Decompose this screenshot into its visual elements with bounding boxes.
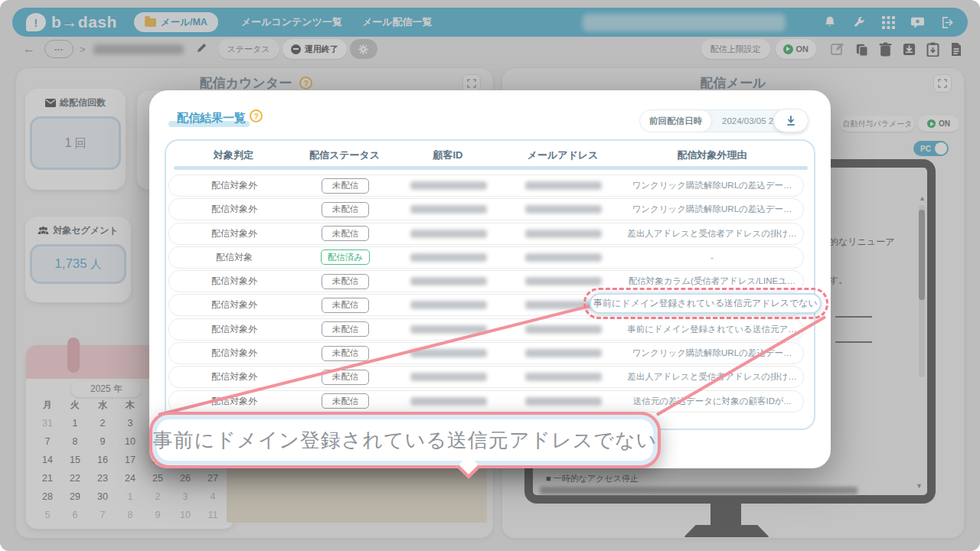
- judgment-cell: 配信対象外: [169, 347, 299, 360]
- status-cell: 未配信: [299, 321, 391, 337]
- masked-email: [525, 181, 602, 190]
- table-row: 配信対象外 未配信 送信元の差込データに対象の顧客IDが...: [168, 390, 804, 412]
- status-badge: 未配信: [322, 346, 369, 361]
- email-cell: [506, 181, 621, 190]
- masked-customer-id: [410, 253, 487, 262]
- reason-cell: 配信対象カラム(受信者アドレス/LINEユ…: [621, 276, 803, 287]
- masked-customer-id: [410, 373, 487, 381]
- judgment-cell: 配信対象外: [169, 179, 299, 192]
- status-cell: 未配信: [299, 370, 391, 385]
- judgment-cell: 配信対象外: [169, 203, 299, 216]
- customer-id-cell: [391, 230, 506, 238]
- masked-email: [525, 205, 602, 214]
- table-row: 配信対象外 未配信 差出人アドレスと受信者アドレスの掛け…: [168, 366, 804, 388]
- column-header: 配信対象外理由: [620, 148, 804, 162]
- masked-email: [525, 277, 602, 285]
- table-header-row: 対象判定 配信ステータス 顧客ID メールアドレス 配信対象外理由: [168, 148, 804, 162]
- judgment-cell: 配信対象外: [169, 395, 299, 408]
- masked-email: [525, 397, 602, 406]
- results-table: 対象判定 配信ステータス 顧客ID メールアドレス 配信対象外理由 配信対象外 …: [165, 139, 815, 430]
- status-badge: 未配信: [322, 226, 369, 241]
- judgment-cell: 配信対象: [169, 251, 299, 264]
- reason-cell: ワンクリック購読解除URLの差込デー…: [621, 180, 803, 191]
- reason-cell: 事前にドメイン登録されている送信元ア…: [621, 324, 803, 335]
- status-cell: 未配信: [299, 274, 391, 289]
- download-button[interactable]: [773, 109, 808, 132]
- judgment-cell: 配信対象外: [169, 227, 299, 240]
- customer-id-cell: [391, 301, 506, 309]
- table-row: 配信対象外 未配信 事前にドメイン登録されている送信元ア…: [168, 318, 804, 341]
- customer-id-cell: [391, 205, 506, 214]
- email-cell: [506, 373, 621, 381]
- judgment-cell: 配信対象外: [169, 275, 299, 288]
- status-cell: 未配信: [299, 178, 391, 194]
- masked-customer-id: [410, 205, 487, 214]
- masked-email: [525, 253, 602, 262]
- customer-id-cell: [391, 277, 506, 285]
- status-badge: 未配信: [322, 298, 369, 313]
- reason-cell: 差出人アドレスと受信者アドレスの掛け…: [621, 228, 803, 240]
- table-row: 配信対象外 未配信 ワンクリック購読解除URLの差込デー…: [168, 174, 804, 197]
- customer-id-cell: [391, 349, 506, 357]
- header-underline: [174, 166, 808, 170]
- column-header: 配信ステータス: [299, 148, 390, 162]
- email-cell: [506, 205, 621, 214]
- email-cell: [506, 253, 621, 262]
- reason-callout-text: 事前にドメイン登録されている送信元アドレスでない: [153, 427, 657, 454]
- column-header: 顧客ID: [390, 148, 505, 162]
- judgment-cell: 配信対象外: [169, 370, 299, 383]
- status-badge: 未配信: [322, 370, 369, 385]
- judgment-cell: 配信対象外: [169, 298, 299, 311]
- judgment-cell: 配信対象外: [169, 323, 299, 336]
- customer-id-cell: [391, 253, 506, 262]
- highlighted-reason-chip: 事前にドメイン登録されている送信元アドレスでない: [590, 293, 822, 314]
- email-cell: [506, 349, 621, 357]
- email-cell: [506, 325, 621, 334]
- reason-cell: ワンクリック購読解除URLの差込デー…: [621, 204, 803, 215]
- help-icon[interactable]: ?: [250, 109, 263, 122]
- reason-callout: 事前にドメイン登録されている送信元アドレスでない: [149, 412, 661, 468]
- status-cell: 未配信: [299, 298, 391, 313]
- app-window: ! b→dash メール/MA メールコンテンツ一覧 メール配信一覧: [0, 0, 980, 551]
- masked-email: [525, 373, 602, 381]
- email-cell: [506, 230, 621, 238]
- masked-customer-id: [410, 325, 487, 334]
- last-delivery-label: 前回配信日時: [640, 110, 711, 132]
- column-header: メールアドレス: [505, 148, 620, 162]
- table-row: 配信対象外 未配信 ワンクリック購読解除URLの差込デー…: [168, 198, 804, 220]
- masked-customer-id: [410, 277, 487, 285]
- customer-id-cell: [391, 325, 506, 334]
- reason-cell: ワンクリック購読解除URLの差込デー…: [621, 347, 803, 359]
- status-badge: 配信済み: [321, 249, 370, 265]
- status-badge: 未配信: [322, 393, 369, 409]
- column-header: 対象判定: [168, 148, 299, 162]
- status-badge: 未配信: [322, 178, 369, 194]
- table-row: 配信対象外 未配信 ワンクリック購読解除URLの差込デー…: [168, 342, 804, 364]
- table-row: 配信対象 配信済み -: [168, 246, 804, 269]
- masked-email: [525, 349, 602, 357]
- status-badge: 未配信: [322, 274, 369, 289]
- masked-email: [525, 230, 602, 238]
- email-cell: [506, 397, 621, 406]
- reason-cell: 送信元の差込データに対象の顧客IDが...: [621, 396, 803, 407]
- status-cell: 未配信: [299, 346, 391, 361]
- customer-id-cell: [391, 397, 506, 406]
- masked-customer-id: [410, 349, 487, 357]
- masked-customer-id: [410, 397, 487, 406]
- masked-customer-id: [410, 230, 487, 238]
- email-cell: [506, 277, 621, 285]
- status-cell: 未配信: [299, 393, 391, 409]
- masked-customer-id: [410, 301, 487, 309]
- reason-cell: -: [621, 253, 803, 262]
- status-badge: 未配信: [322, 202, 369, 217]
- table-row: 配信対象外 未配信 差出人アドレスと受信者アドレスの掛け…: [168, 223, 804, 245]
- masked-email: [525, 325, 602, 334]
- masked-customer-id: [410, 181, 487, 190]
- status-cell: 未配信: [299, 202, 391, 217]
- customer-id-cell: [391, 373, 506, 381]
- customer-id-cell: [391, 181, 506, 190]
- modal-title: 配信結果一覧: [175, 111, 248, 126]
- status-cell: 配信済み: [299, 249, 391, 265]
- status-badge: 未配信: [322, 321, 369, 337]
- reason-cell: 差出人アドレスと受信者アドレスの掛け…: [621, 371, 803, 383]
